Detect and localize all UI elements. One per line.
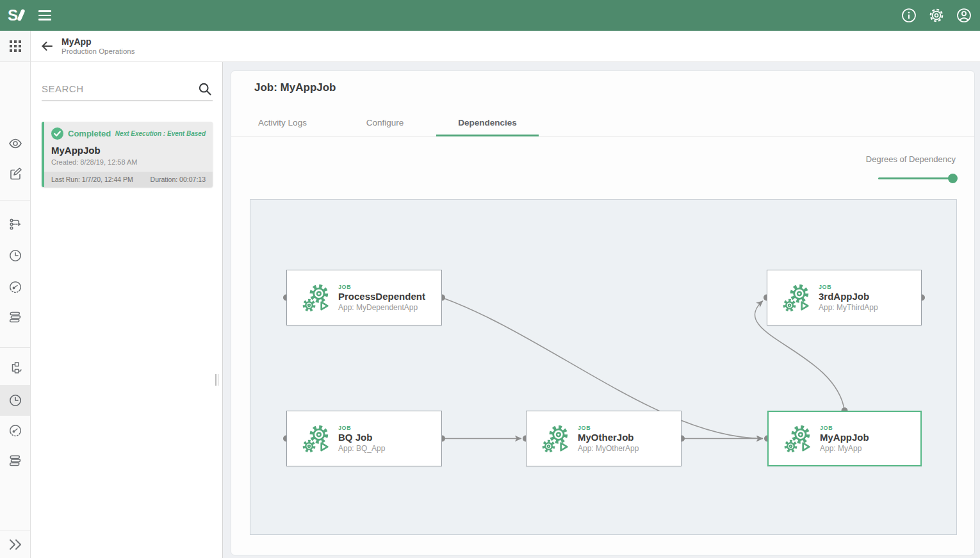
rail-item-clock-1[interactable] [0, 240, 30, 271]
graph-node-3rd-app-job[interactable]: JOB 3rdAppJob App: MyThirdApp [767, 270, 922, 325]
job-gears-icon [302, 283, 332, 313]
rail-divider [0, 200, 30, 201]
menu-icon[interactable] [38, 8, 54, 23]
job-last-run-label: Last Run: 1/7/20, 12:44 PM [51, 176, 133, 183]
apps-grid-icon [9, 40, 22, 53]
clock-icon [8, 393, 22, 407]
job-duration-label: Duration: 00:07:13 [151, 176, 206, 183]
next-execution-label: Next Execution : Event Based [115, 130, 206, 137]
job-gears-icon [783, 283, 812, 313]
dependency-graph-canvas[interactable]: JOB ProcessDependent App: MyDependentApp… [250, 199, 957, 535]
page-title: MyApp [61, 37, 135, 47]
database-icon [8, 310, 22, 324]
degrees-of-dependency-slider[interactable] [878, 177, 957, 179]
slider-knob[interactable] [948, 174, 958, 183]
rail-item-gauge-2[interactable] [0, 414, 30, 445]
job-gears-icon [302, 424, 332, 454]
search-input[interactable] [42, 83, 197, 94]
icon-rail [0, 62, 31, 558]
node-kind-label: JOB [820, 425, 869, 431]
panel-resize-handle[interactable] [215, 374, 220, 386]
job-created-label: Created: 8/28/19, 12:58 AM [44, 156, 213, 172]
degrees-of-dependency-label: Degrees of Dependency [866, 154, 956, 164]
node-title: MyAppJob [820, 432, 869, 443]
rail-item-eye[interactable] [0, 128, 30, 159]
node-title: ProcessDependent [338, 291, 425, 302]
settings-icon[interactable] [928, 7, 945, 24]
job-status-label: Completed [68, 129, 111, 138]
database-icon [8, 454, 22, 468]
job-gears-icon [784, 424, 813, 454]
node-kind-label: JOB [578, 425, 639, 431]
job-card-title: MyAppJob [44, 140, 213, 156]
logo-letter: S [8, 6, 17, 24]
job-detail-title: Job: MyAppJob [254, 81, 336, 94]
node-app-label: App: BQ_App [338, 444, 385, 453]
rail-item-edit[interactable] [0, 158, 30, 189]
job-detail-card: Job: MyAppJob Activity Logs Configure De… [231, 70, 975, 555]
page-header: MyApp Production Operations [0, 31, 980, 62]
flow-icon [8, 217, 22, 231]
graph-edge-layer [250, 200, 956, 534]
node-kind-label: JOB [338, 284, 425, 290]
page-subtitle: Production Operations [61, 47, 135, 56]
tab-bar: Activity Logs Configure Dependencies [231, 110, 974, 136]
node-kind-label: JOB [338, 425, 385, 431]
back-arrow-icon [40, 39, 54, 53]
sitemap-icon [8, 361, 22, 375]
double-chevron-right-icon [7, 538, 24, 551]
node-kind-label: JOB [819, 284, 878, 290]
brand-logo[interactable]: S [8, 0, 23, 31]
completed-check-icon [51, 127, 63, 140]
rail-item-clock-2-selected[interactable] [0, 385, 30, 416]
graph-node-bq-job[interactable]: JOB BQ Job App: BQ_App [286, 411, 442, 466]
tab-dependencies[interactable]: Dependencies [436, 110, 539, 136]
top-app-bar: S [0, 0, 980, 31]
page: S [0, 0, 980, 558]
node-app-label: App: MyOtherApp [578, 444, 639, 453]
node-title: MyOtherJob [578, 432, 639, 443]
account-icon[interactable] [956, 7, 972, 24]
graph-node-my-app-job[interactable]: JOB MyAppJob App: MyApp [767, 411, 922, 466]
node-title: BQ Job [338, 432, 385, 443]
clock-icon [8, 249, 22, 263]
gauge-icon [8, 423, 22, 437]
node-title: 3rdAppJob [819, 291, 878, 302]
rail-item-database-2[interactable] [0, 445, 30, 476]
rail-expand-button[interactable] [0, 530, 30, 558]
back-button[interactable] [40, 39, 54, 53]
search-icon[interactable] [197, 81, 213, 97]
main-area: Job: MyAppJob Activity Logs Configure De… [223, 62, 980, 558]
rail-item-gauge-1[interactable] [0, 271, 30, 302]
info-icon[interactable] [901, 7, 917, 24]
node-app-label: App: MyThirdApp [819, 303, 878, 312]
graph-node-my-other-job[interactable]: JOB MyOtherJob App: MyOtherApp [526, 411, 682, 466]
rail-divider [0, 347, 30, 348]
job-gears-icon [542, 424, 571, 454]
topbar-actions [901, 7, 980, 24]
rail-item-database-1[interactable] [0, 302, 30, 332]
apps-grid-cell[interactable] [0, 31, 31, 62]
node-app-label: App: MyApp [820, 444, 869, 453]
edit-icon [8, 167, 22, 181]
search-field [42, 77, 213, 101]
gauge-icon [8, 279, 22, 293]
graph-node-process-dependent[interactable]: JOB ProcessDependent App: MyDependentApp [286, 270, 442, 325]
job-list-panel: Completed Next Execution : Event Based M… [31, 62, 223, 558]
logo-slash-mark [17, 8, 25, 21]
rail-item-flow[interactable] [0, 209, 30, 240]
tab-activity-logs[interactable]: Activity Logs [231, 110, 334, 136]
eye-icon [8, 136, 22, 151]
rail-item-sitemap[interactable] [0, 352, 30, 383]
node-app-label: App: MyDependentApp [338, 303, 425, 312]
tab-configure[interactable]: Configure [334, 110, 436, 136]
job-list-item[interactable]: Completed Next Execution : Event Based M… [42, 122, 213, 187]
